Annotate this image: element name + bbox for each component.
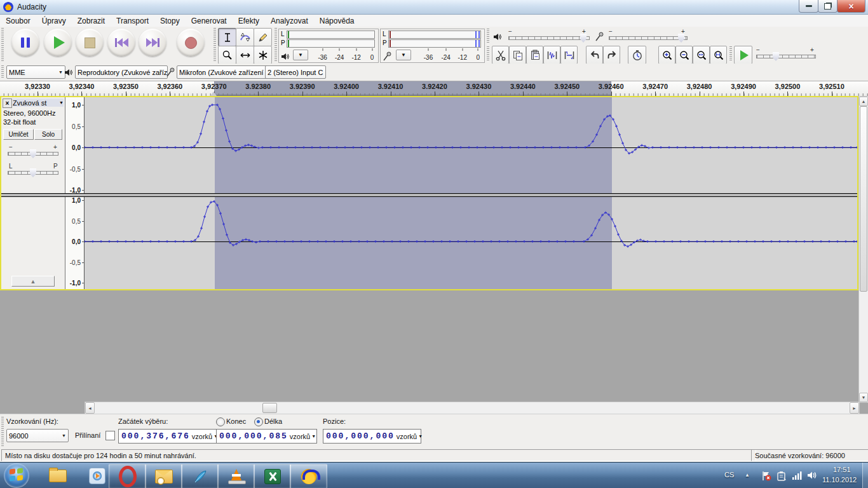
tray-clock-time[interactable]: 17:51 [833, 466, 851, 473]
zoom-out-button[interactable] [675, 46, 693, 64]
mixer-toolbar-grip[interactable] [487, 29, 489, 44]
zoom-tool-button[interactable] [218, 46, 236, 64]
chevron-down-icon[interactable]: ▼ [418, 434, 423, 438]
play-speed-slider[interactable] [756, 55, 816, 58]
transcription-toolbar-grip[interactable] [729, 46, 732, 62]
track-close-button[interactable]: × [3, 98, 12, 108]
device-toolbar-grip[interactable] [1, 65, 4, 78]
scroll-right-button[interactable]: ► [850, 402, 859, 414]
show-desktop-button[interactable] [862, 463, 868, 488]
start-button[interactable] [4, 463, 29, 488]
multi-tool-button[interactable] [254, 46, 272, 64]
output-volume-slider[interactable] [508, 36, 590, 40]
sample-rate-select[interactable]: 96000▼ [6, 429, 69, 442]
selection-length-field[interactable]: 000,000,085 vzorků ▼ [216, 429, 317, 444]
tray-clock-date[interactable]: 11.10.2012 [822, 476, 857, 484]
stop-button[interactable] [76, 29, 104, 57]
end-radio[interactable] [216, 417, 225, 426]
menu-generovat[interactable]: Generovat [186, 15, 233, 27]
draw-tool-button[interactable] [254, 28, 272, 46]
input-volume-thumb[interactable] [678, 34, 684, 43]
selection-tool-button[interactable] [218, 28, 236, 46]
output-meter-dropdown[interactable]: ▼ [293, 50, 308, 60]
timeline-ruler[interactable]: 3,923303,923403,923503,923603,923703.923… [0, 81, 868, 97]
volume-icon[interactable] [807, 471, 817, 480]
meter-toolbar-grip[interactable] [275, 28, 277, 62]
mute-button[interactable]: Umlčet [3, 129, 34, 140]
selection-start-field[interactable]: 000,376,676 vzorků ▼ [118, 429, 219, 444]
scroll-down-button[interactable]: ▼ [859, 393, 868, 402]
audio-host-select[interactable]: MME▼ [6, 65, 65, 79]
pan-thumb[interactable] [30, 168, 36, 177]
menu-soubor[interactable]: Soubor [0, 15, 36, 27]
play-speed-thumb[interactable] [773, 52, 779, 61]
scroll-up-button[interactable]: ▲ [859, 97, 868, 106]
track-title-menu[interactable]: Zvuková st▼ [13, 98, 64, 107]
recording-device-select[interactable]: Mikrofon (Zvukové zařízení Hig▼ [177, 65, 268, 79]
selection-start-grabber[interactable] [210, 92, 217, 96]
taskbar-vlc-button[interactable] [217, 464, 255, 488]
cut-button[interactable] [492, 46, 509, 64]
recording-channels-select[interactable]: 2 (Stereo) Input C▼ [265, 65, 326, 79]
waveform-channel-right[interactable] [85, 197, 857, 289]
close-button[interactable]: × [837, 0, 865, 13]
solo-button[interactable]: Solo [34, 129, 62, 140]
skip-to-start-button[interactable] [107, 29, 135, 57]
taskbar-excel-button[interactable] [254, 464, 291, 488]
sync-lock-button[interactable] [628, 46, 646, 64]
horizontal-scrollbar[interactable]: ◄ ► [85, 402, 860, 414]
menu-zobrazit[interactable]: Zobrazit [72, 15, 111, 27]
vertical-scroll-thumb[interactable] [860, 106, 867, 292]
input-meter[interactable]: L P ▼ -36 -24 -12 0 [380, 29, 485, 63]
transport-toolbar-grip[interactable] [1, 28, 4, 62]
minimize-button[interactable] [799, 0, 818, 13]
pan-slider[interactable] [8, 171, 58, 175]
restore-button[interactable] [818, 0, 837, 13]
action-center-flag-icon[interactable] [761, 471, 771, 481]
length-radio[interactable] [254, 417, 263, 426]
vertical-scrollbar[interactable]: ▲ ▼ [858, 96, 868, 403]
taskbar-explorer-button[interactable] [39, 464, 76, 487]
network-signal-icon[interactable] [792, 471, 803, 480]
collapse-track-button[interactable]: ▲ [11, 276, 55, 287]
play-button[interactable] [44, 29, 72, 57]
redo-button[interactable] [603, 46, 620, 64]
gain-slider[interactable] [8, 152, 58, 156]
undo-button[interactable] [586, 46, 603, 64]
tray-update-icon[interactable] [776, 471, 787, 481]
envelope-tool-button[interactable] [236, 28, 254, 46]
input-meter-dropdown[interactable]: ▼ [396, 50, 411, 60]
zoom-in-button[interactable] [658, 46, 675, 64]
edit-toolbar-grip[interactable] [487, 46, 489, 62]
menu-efekty[interactable]: Efekty [233, 15, 265, 27]
menu-upravy[interactable]: Úpravy [36, 15, 72, 27]
horizontal-scroll-thumb[interactable] [262, 403, 277, 413]
output-volume-thumb[interactable] [580, 34, 587, 43]
show-hidden-icons-button[interactable]: ▲ [745, 472, 750, 478]
waveform-channel-left[interactable] [85, 97, 857, 194]
play-at-speed-button[interactable] [734, 46, 752, 64]
audio-position-field[interactable]: 000,000,000 vzorků ▼ [323, 429, 421, 444]
taskbar-outlook-button[interactable] [145, 464, 182, 488]
title-bar[interactable]: Audacity × [0, 0, 868, 15]
output-meter[interactable]: L P ▼ -36 -24 -12 0 [278, 29, 379, 63]
gain-thumb[interactable] [30, 149, 36, 158]
record-button[interactable] [177, 29, 205, 57]
snap-to-checkbox[interactable] [105, 431, 115, 440]
time-shift-tool-button[interactable] [236, 46, 254, 64]
tools-toolbar-grip[interactable] [214, 28, 216, 62]
silence-audio-button[interactable] [560, 46, 578, 64]
scroll-left-button[interactable]: ◄ [85, 402, 95, 414]
fit-selection-button[interactable] [693, 46, 710, 64]
taskbar-feather-app-button[interactable] [181, 464, 219, 488]
selection-toolbar-grip[interactable] [1, 417, 4, 446]
menu-analyzovat[interactable]: Analyzovat [265, 15, 314, 27]
taskbar-opera-button[interactable] [109, 464, 146, 488]
copy-button[interactable] [509, 46, 526, 64]
fit-project-button[interactable] [710, 46, 727, 64]
playback-device-select[interactable]: Reproduktory (Zvukové zaříze▼ [75, 65, 168, 79]
taskbar-audacity-button[interactable] [290, 464, 327, 488]
menu-stopy[interactable]: Stopy [154, 15, 186, 27]
input-volume-slider[interactable] [609, 36, 688, 40]
chevron-down-icon[interactable]: ▼ [311, 434, 316, 438]
